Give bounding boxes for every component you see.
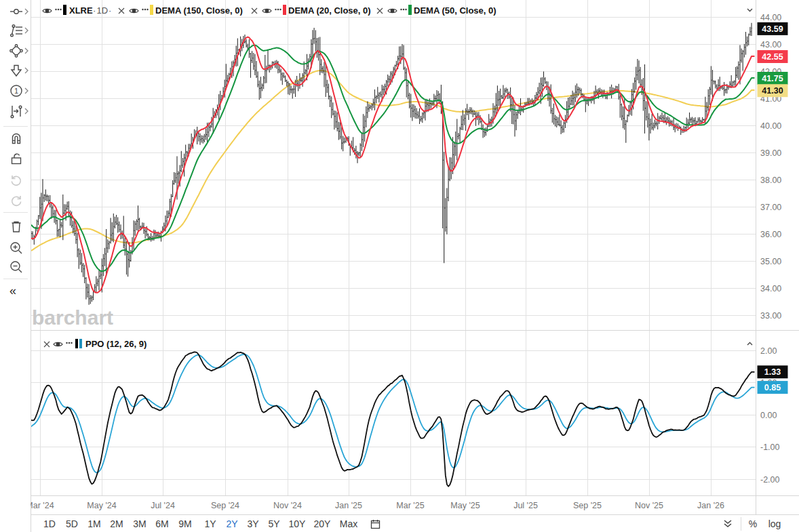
svg-text:40.00: 40.00 [760, 121, 781, 131]
svg-text:2.00: 2.00 [760, 346, 777, 356]
svg-text:37.00: 37.00 [760, 203, 781, 212]
svg-text:1: 1 [14, 87, 18, 95]
svg-text:-1.00: -1.00 [760, 443, 780, 452]
svg-text:34.00: 34.00 [760, 284, 781, 293]
svg-text:36.00: 36.00 [760, 230, 781, 239]
svg-text:0.85: 0.85 [764, 383, 781, 392]
svg-text:43.59: 43.59 [762, 24, 783, 34]
svg-text:Sep '24: Sep '24 [211, 501, 239, 510]
svg-text:barchart: barchart [32, 306, 113, 329]
svg-text:May '25: May '25 [450, 501, 480, 510]
svg-text:Jan '26: Jan '26 [697, 501, 724, 510]
svg-text:44.00: 44.00 [760, 13, 781, 22]
svg-text:-2.00: -2.00 [760, 475, 780, 485]
svg-text:43.00: 43.00 [760, 40, 781, 49]
svg-text:Jul '24: Jul '24 [151, 501, 175, 510]
svg-text:38.00: 38.00 [760, 176, 781, 185]
svg-text:Mar '25: Mar '25 [396, 501, 424, 510]
svg-text:Jul '25: Jul '25 [513, 501, 538, 510]
svg-text:41.30: 41.30 [762, 86, 783, 96]
svg-text:May '24: May '24 [87, 501, 116, 510]
svg-text:1.33: 1.33 [764, 367, 781, 377]
svg-text:39.00: 39.00 [760, 148, 781, 158]
svg-text:Jan '25: Jan '25 [335, 501, 362, 510]
svg-text:33.00: 33.00 [760, 311, 781, 321]
svg-text:Nov '25: Nov '25 [635, 501, 663, 510]
svg-text:41.75: 41.75 [762, 74, 783, 83]
svg-text:35.00: 35.00 [760, 257, 781, 266]
svg-text:42.55: 42.55 [762, 52, 783, 62]
svg-text:Nov '24: Nov '24 [273, 501, 302, 510]
svg-text:Sep '25: Sep '25 [573, 501, 602, 510]
svg-text:0.00: 0.00 [760, 411, 777, 420]
svg-text:Mar '24: Mar '24 [26, 501, 54, 510]
